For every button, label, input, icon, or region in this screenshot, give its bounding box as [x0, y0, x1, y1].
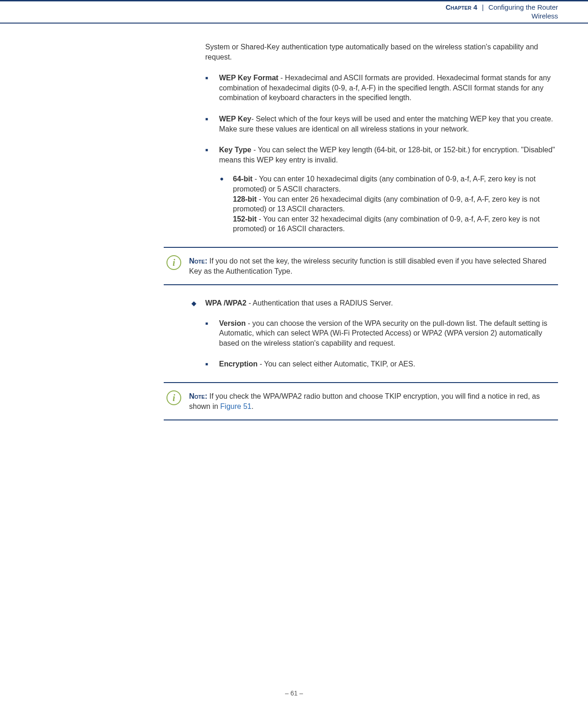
- page-header: Chapter 4 | Configuring the Router Wirel…: [0, 0, 588, 24]
- page-content: System or Shared-Key authentication type…: [164, 42, 558, 420]
- note-2-content: Note: If you check the WPA/WPA2 radio bu…: [189, 391, 558, 411]
- note-1-content: Note: If you do not set the key, the wir…: [189, 256, 558, 276]
- label-key-type: Key Type: [219, 146, 251, 154]
- item-wep-key: WEP Key- Select which of the four keys w…: [205, 114, 558, 134]
- wpa-list: WPA /WPA2 - Authentication that uses a R…: [191, 298, 558, 369]
- item-version: Version - you can choose the version of …: [205, 318, 558, 348]
- label-wep-key: WEP Key: [219, 115, 251, 123]
- note-block-2: i Note: If you check the WPA/WPA2 radio …: [164, 382, 558, 420]
- header-title: Configuring the Router: [488, 3, 558, 11]
- chapter-label: Chapter 4: [445, 3, 477, 11]
- label-version: Version: [219, 319, 246, 327]
- label-152bit: 152-bit: [233, 215, 257, 223]
- label-encryption: Encryption: [219, 360, 258, 368]
- note-1-text: If you do not set the key, the wireless …: [189, 257, 546, 275]
- note-1-label: Note:: [189, 257, 208, 265]
- label-64bit: 64-bit: [233, 175, 253, 183]
- item-wep-key-format: WEP Key Format - Hexadecimal and ASCII f…: [205, 73, 558, 103]
- note-block-1: i Note: If you do not set the key, the w…: [164, 247, 558, 285]
- text-version: - you can choose the version of the WPA …: [219, 319, 547, 347]
- wpa-sublist: Version - you can choose the version of …: [205, 318, 558, 369]
- item-bit-lengths: 64-bit - You can enter 10 hexadecimal di…: [219, 174, 558, 234]
- info-icon: i: [166, 255, 181, 270]
- header-subtitle: Wireless: [0, 12, 558, 20]
- text-encryption: - You can select either Automatic, TKIP,…: [258, 360, 416, 368]
- header-chapter-line: Chapter 4 | Configuring the Router: [0, 3, 558, 11]
- item-wpa: WPA /WPA2 - Authentication that uses a R…: [191, 298, 558, 369]
- text-wep-key: - Select which of the four keys will be …: [219, 115, 553, 133]
- intro-paragraph: System or Shared-Key authentication type…: [205, 42, 558, 62]
- label-wpa: WPA /WPA2: [205, 299, 246, 307]
- key-type-sublist: 64-bit - You can enter 10 hexadecimal di…: [219, 174, 558, 234]
- text-64bit: - You can enter 10 hexadecimal digits (a…: [233, 175, 535, 193]
- note-2-label: Note:: [189, 392, 208, 400]
- wep-option-list: WEP Key Format - Hexadecimal and ASCII f…: [205, 73, 558, 234]
- figure-link[interactable]: Figure 51: [220, 402, 252, 410]
- text-key-type: - You can select the WEP key length (64-…: [219, 146, 555, 164]
- page-footer: – 61 –: [0, 689, 588, 697]
- header-separator: |: [482, 3, 484, 11]
- text-128bit: - You can enter 26 hexadecimal digits (a…: [233, 195, 540, 213]
- item-encryption: Encryption - You can select either Autom…: [205, 359, 558, 369]
- text-152bit: - You can enter 32 hexadecimal digits (a…: [233, 215, 540, 233]
- label-128bit: 128-bit: [233, 195, 257, 203]
- text-wpa: - Authentication that uses a RADIUS Serv…: [246, 299, 393, 307]
- item-key-type: Key Type - You can select the WEP key le…: [205, 145, 558, 234]
- info-icon: i: [166, 390, 181, 405]
- label-wep-key-format: WEP Key Format: [219, 74, 279, 82]
- note-2-text-after: .: [251, 402, 253, 410]
